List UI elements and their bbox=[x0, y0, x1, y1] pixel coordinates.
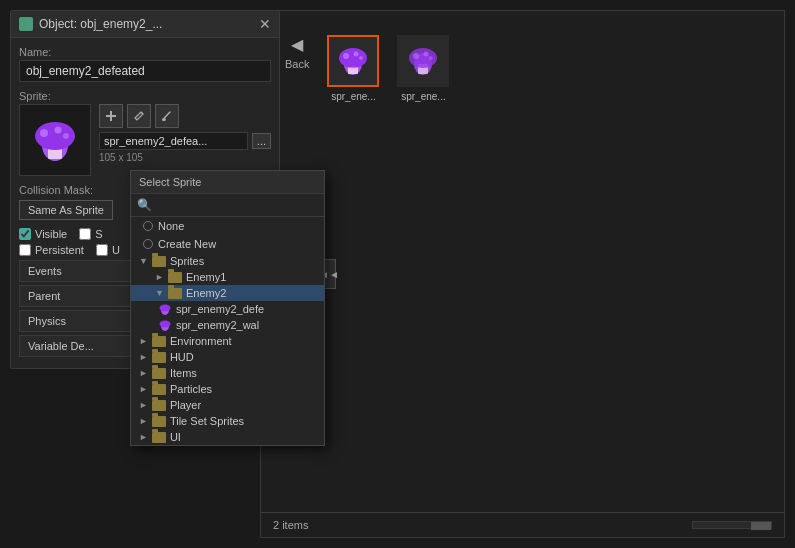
physics-label: Physics bbox=[28, 315, 66, 327]
svg-point-17 bbox=[55, 127, 62, 134]
folder-player[interactable]: ► Player bbox=[131, 397, 324, 413]
sprite-thumb-icon-wal bbox=[159, 319, 171, 331]
folder-ui[interactable]: ► UI bbox=[131, 429, 324, 445]
svg-point-4 bbox=[354, 52, 359, 57]
sprite-preview-box bbox=[19, 104, 91, 176]
svg-point-3 bbox=[343, 53, 349, 59]
sprite-more-button[interactable]: ... bbox=[252, 133, 271, 149]
items-count: 2 items bbox=[273, 519, 308, 531]
none-label: None bbox=[158, 220, 184, 232]
sprite-name-input[interactable] bbox=[99, 132, 248, 150]
svg-point-10 bbox=[413, 53, 419, 59]
sprite-thumb-wrap-1 bbox=[327, 35, 379, 87]
folder-icon-tileset bbox=[152, 416, 166, 427]
folder-hud[interactable]: ► HUD bbox=[131, 349, 324, 365]
events-label: Events bbox=[28, 265, 62, 277]
name-label: Name: bbox=[19, 46, 271, 58]
folder-arrow-ui: ► bbox=[139, 432, 148, 442]
folder-icon-player bbox=[152, 400, 166, 411]
svg-point-21 bbox=[162, 118, 166, 121]
svg-point-23 bbox=[160, 305, 171, 312]
create-new-option[interactable]: Create New bbox=[131, 235, 324, 253]
u-label: U bbox=[112, 244, 120, 256]
folder-enemy1[interactable]: ► Enemy1 bbox=[131, 269, 324, 285]
folder-arrow-enemy2: ▼ bbox=[155, 288, 164, 298]
sprite-label-1: spr_ene... bbox=[331, 91, 375, 102]
sprite-btn-row bbox=[99, 104, 271, 128]
u-checkbox-item: U bbox=[96, 244, 120, 256]
svg-point-11 bbox=[424, 52, 429, 57]
sprite-edit-button[interactable] bbox=[127, 104, 151, 128]
sprite-label: Sprite: bbox=[19, 90, 271, 102]
mushroom-icon-1 bbox=[334, 42, 372, 80]
sprite-thumb-wrap-2 bbox=[397, 35, 449, 87]
folder-label-player: Player bbox=[170, 399, 201, 411]
svg-rect-20 bbox=[110, 111, 112, 121]
same-as-sprite-button[interactable]: Same As Sprite bbox=[19, 200, 113, 220]
panel-title: Object: obj_enemy2_... bbox=[19, 17, 162, 31]
folder-tileset[interactable]: ► Tile Set Sprites bbox=[131, 413, 324, 429]
folder-icon-hud bbox=[152, 352, 166, 363]
sprite-item-1[interactable]: spr_ene... bbox=[323, 31, 383, 106]
svg-point-18 bbox=[63, 133, 69, 139]
sprite-item-2[interactable]: spr_ene... bbox=[393, 31, 453, 106]
folder-icon-particles bbox=[152, 384, 166, 395]
svg-point-6 bbox=[349, 67, 357, 70]
sprite-preview-row: ... 105 x 105 bbox=[19, 104, 271, 176]
folder-environment[interactable]: ► Environment bbox=[131, 333, 324, 349]
folder-sprites[interactable]: ▼ Sprites bbox=[131, 253, 324, 269]
sprite-option-enemy2-wal[interactable]: spr_enemy2_wal bbox=[131, 317, 324, 333]
s-checkbox-item: S bbox=[79, 228, 102, 240]
folder-label-enemy2: Enemy2 bbox=[186, 287, 226, 299]
dropdown-header: Select Sprite bbox=[131, 171, 324, 194]
sprite-thumb-1 bbox=[332, 40, 374, 82]
folder-icon-sprites bbox=[152, 256, 166, 267]
sprite-option-enemy2-defe[interactable]: spr_enemy2_defe bbox=[131, 301, 324, 317]
browser-footer: 2 items bbox=[261, 512, 784, 537]
panel-icon bbox=[19, 17, 33, 31]
folder-arrow-particles: ► bbox=[139, 384, 148, 394]
sprite-thumb-icon-defe bbox=[159, 303, 171, 315]
visible-checkbox-item: Visible bbox=[19, 228, 67, 240]
svg-point-5 bbox=[359, 56, 363, 60]
sprite-add-button[interactable] bbox=[99, 104, 123, 128]
folder-label-sprites: Sprites bbox=[170, 255, 204, 267]
folder-icon-ui bbox=[152, 432, 166, 443]
sprite-name-row: ... bbox=[99, 132, 271, 150]
svg-point-12 bbox=[429, 56, 433, 60]
folder-arrow-player: ► bbox=[139, 400, 148, 410]
folder-arrow-env: ► bbox=[139, 336, 148, 346]
u-checkbox[interactable] bbox=[96, 244, 108, 256]
back-arrow-icon: ◀ bbox=[291, 35, 303, 54]
folder-label-env: Environment bbox=[170, 335, 232, 347]
close-button[interactable]: ✕ bbox=[259, 16, 271, 32]
parent-label: Parent bbox=[28, 290, 60, 302]
folder-items[interactable]: ► Items bbox=[131, 365, 324, 381]
folder-enemy2[interactable]: ▼ Enemy2 bbox=[131, 285, 324, 301]
persistent-label: Persistent bbox=[35, 244, 84, 256]
scrollbar-thumb bbox=[751, 522, 771, 530]
folder-label-particles: Particles bbox=[170, 383, 212, 395]
search-row: 🔍 bbox=[131, 194, 324, 217]
s-checkbox[interactable] bbox=[79, 228, 91, 240]
folder-arrow-hud: ► bbox=[139, 352, 148, 362]
sprite-brush-button[interactable] bbox=[155, 104, 179, 128]
sprite-browser-content: ◀ Back spr_ene.. bbox=[261, 11, 784, 512]
none-radio bbox=[143, 221, 153, 231]
create-new-label: Create New bbox=[158, 238, 216, 250]
search-icon: 🔍 bbox=[137, 198, 152, 212]
sprite-thumb-2 bbox=[402, 40, 444, 82]
visible-checkbox[interactable] bbox=[19, 228, 31, 240]
folder-particles[interactable]: ► Particles bbox=[131, 381, 324, 397]
folder-icon-enemy1 bbox=[168, 272, 182, 283]
folder-arrow-items: ► bbox=[139, 368, 148, 378]
name-input[interactable] bbox=[19, 60, 271, 82]
scrollbar-track[interactable] bbox=[692, 521, 772, 529]
dropdown-search-input[interactable] bbox=[156, 199, 318, 211]
folder-label-enemy1: Enemy1 bbox=[186, 271, 226, 283]
none-option[interactable]: None bbox=[131, 217, 324, 235]
back-button[interactable]: ◀ Back bbox=[281, 31, 313, 74]
back-label: Back bbox=[285, 58, 309, 70]
folder-icon-env bbox=[152, 336, 166, 347]
persistent-checkbox[interactable] bbox=[19, 244, 31, 256]
